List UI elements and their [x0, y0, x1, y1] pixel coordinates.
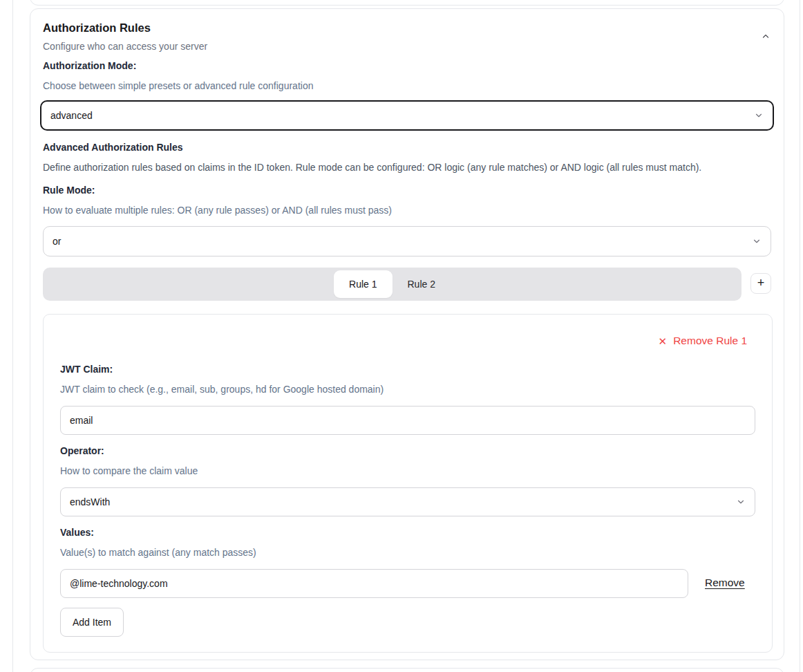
previous-section-card	[30, 0, 784, 6]
tab-rule-1-label: Rule 1	[349, 279, 377, 290]
chevron-down-icon	[736, 497, 746, 507]
jwt-claim-input[interactable]: email	[60, 406, 755, 435]
add-item-label: Add Item	[73, 617, 111, 628]
chevron-down-icon	[752, 236, 762, 246]
next-section-card	[30, 668, 784, 672]
remove-rule-1-label: Remove Rule 1	[673, 335, 747, 347]
authorization-rules-card: Authorization Rules Configure who can ac…	[30, 8, 784, 660]
value-input-text: @lime-technology.com	[70, 578, 168, 589]
rule-mode-selected-value: or	[53, 236, 61, 247]
advanced-rules-description: Define authorization rules based on clai…	[43, 161, 771, 174]
jwt-claim-description: JWT claim to check (e.g., email, sub, gr…	[60, 383, 384, 396]
add-rule-button[interactable]: +	[750, 273, 771, 294]
rule-mode-description: How to evaluate multiple rules: OR (any …	[43, 204, 392, 217]
operator-description: How to compare the claim value	[60, 465, 198, 478]
collapse-section-button[interactable]	[756, 27, 775, 46]
values-label: Values:	[60, 526, 94, 539]
value-input[interactable]: @lime-technology.com	[60, 569, 688, 598]
operator-selected-value: endsWith	[70, 496, 110, 507]
jwt-claim-label: JWT Claim:	[60, 363, 113, 375]
add-item-button[interactable]: Add Item	[60, 608, 124, 637]
tab-rule-1[interactable]: Rule 1	[334, 270, 392, 298]
rule-mode-label: Rule Mode:	[43, 184, 95, 196]
remove-value-link[interactable]: Remove	[705, 577, 745, 589]
remove-rule-1-button[interactable]: ✕ Remove Rule 1	[659, 335, 747, 347]
authorization-mode-selected-value: advanced	[50, 110, 93, 121]
operator-label: Operator:	[60, 445, 104, 457]
jwt-claim-value: email	[70, 415, 93, 426]
advanced-rules-heading: Advanced Authorization Rules	[43, 141, 183, 153]
authorization-mode-select[interactable]: advanced	[40, 100, 774, 131]
authorization-mode-description: Choose between simple presets or advance…	[43, 80, 313, 93]
rule-tabs: Rule 1 Rule 2	[43, 268, 741, 301]
values-description: Value(s) to match against (any match pas…	[60, 546, 256, 559]
section-subtitle: Configure who can access your server	[43, 40, 207, 53]
tab-rule-2[interactable]: Rule 2	[393, 270, 451, 298]
section-title: Authorization Rules	[43, 21, 151, 35]
operator-select[interactable]: endsWith	[60, 487, 755, 516]
chevron-down-icon	[754, 111, 764, 120]
x-icon: ✕	[659, 336, 668, 346]
authorization-mode-label: Authorization Mode:	[43, 59, 136, 72]
tab-rule-2-label: Rule 2	[408, 279, 435, 290]
chevron-up-icon	[761, 32, 771, 41]
rule-mode-select[interactable]: or	[43, 226, 771, 256]
plus-icon: +	[757, 277, 765, 289]
rule-1-card: ✕ Remove Rule 1 JWT Claim: JWT claim to …	[43, 314, 773, 653]
